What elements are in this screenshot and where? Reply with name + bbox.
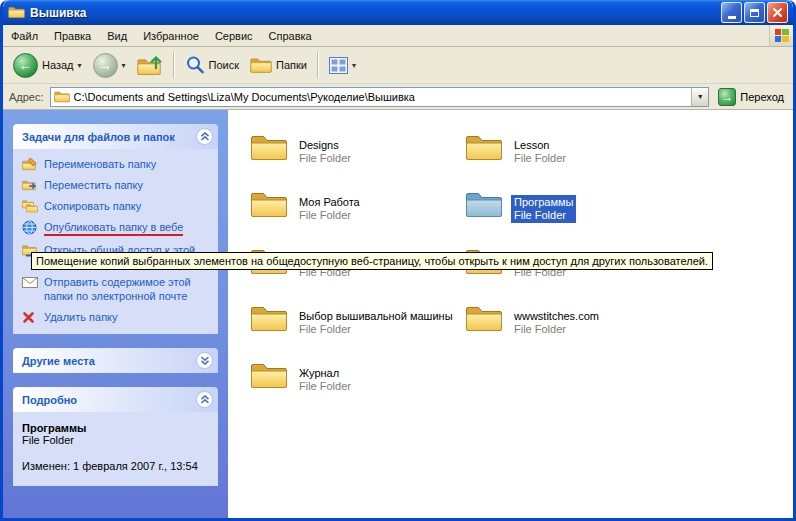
back-icon: ← [13, 53, 38, 78]
forward-icon: → [93, 53, 118, 78]
folder-name: Программы [514, 196, 573, 209]
details-modified: Изменен: 1 февраля 2007 г., 13:54 [22, 460, 212, 472]
folder-item-zhurnal[interactable]: ЖурналFile Folder [250, 358, 465, 415]
task-copy-folder[interactable]: Скопировать папку [22, 199, 214, 213]
email-icon [22, 275, 38, 289]
folder-type: File Folder [299, 209, 360, 222]
back-button[interactable]: ← Назад ▾ [9, 50, 86, 81]
folder-type: File Folder [299, 152, 351, 165]
folder-icon [250, 303, 288, 335]
file-list-area[interactable]: DesignsFile Folder Моя РаботаFile Folder… [228, 110, 793, 518]
window-title: Вышивка [30, 6, 716, 20]
views-dropdown-icon[interactable]: ▾ [352, 61, 356, 70]
folders-button[interactable]: Папки [246, 53, 311, 77]
forward-dropdown-icon[interactable]: ▾ [122, 61, 126, 70]
address-value: C:\Documents and Settings\Liza\My Docume… [74, 91, 688, 103]
folder-item-vybor-mashiny[interactable]: Выбор вышивальной машиныFile Folder [250, 301, 465, 358]
menu-spacer [320, 25, 769, 46]
task-pane: Задачи для файлов и папок Переименовать … [3, 110, 228, 518]
address-input[interactable]: C:\Documents and Settings\Liza\My Docume… [50, 87, 710, 107]
chevron-up-icon[interactable] [196, 128, 213, 145]
minimize-button[interactable] [721, 2, 742, 23]
toolbar-separator [317, 52, 319, 78]
folder-name: Designs [299, 139, 351, 152]
folder-type: File Folder [514, 152, 566, 165]
folder-type: File Folder [514, 323, 599, 336]
other-places-header[interactable]: Другие места [13, 348, 218, 373]
folder-icon [465, 303, 503, 335]
address-label: Адрес: [9, 91, 44, 103]
folder-icon [250, 360, 288, 392]
folder-item-moya-rabota[interactable]: Моя РаботаFile Folder [250, 187, 465, 244]
back-dropdown-icon[interactable]: ▾ [78, 61, 82, 70]
file-folder-tasks-section: Задачи для файлов и папок Переименовать … [13, 124, 218, 334]
folder-icon [250, 189, 288, 221]
explorer-window: Вышивка Файл Правка Вид Избранное Сервис… [0, 0, 796, 521]
chevron-up-icon[interactable] [196, 391, 213, 408]
folder-name: Lesson [514, 139, 566, 152]
address-bar: Адрес: C:\Documents and Settings\Liza\My… [3, 84, 793, 110]
details-type: File Folder [22, 434, 212, 446]
address-dropdown-button[interactable]: ▾ [691, 88, 708, 106]
folder-item-programmy-selected[interactable]: ПрограммыFile Folder [465, 187, 680, 244]
menu-help[interactable]: Справка [261, 25, 320, 46]
move-icon [22, 178, 38, 192]
tooltip: Помещение копий выбранных элементов на о… [31, 252, 713, 270]
details-name: Программы [22, 422, 212, 434]
close-button[interactable] [767, 2, 788, 23]
folder-name: Моя Работа [299, 196, 360, 209]
folder-item-wwwstitches[interactable]: wwwstitches.comFile Folder [465, 301, 680, 358]
folder-name: Журнал [299, 367, 351, 380]
copy-icon [22, 199, 38, 213]
menu-view[interactable]: Вид [99, 25, 135, 46]
menu-tools[interactable]: Сервис [207, 25, 261, 46]
standard-buttons-toolbar: ← Назад ▾ → ▾ Поиск Папки [3, 47, 793, 84]
up-folder-icon [137, 53, 163, 77]
window-folder-icon [8, 5, 25, 21]
maximize-icon [750, 9, 759, 17]
task-publish-folder-web[interactable]: Опубликовать папку в вебе [22, 220, 214, 236]
windows-logo [769, 25, 793, 46]
views-icon [329, 57, 348, 74]
task-rename-folder[interactable]: Переименовать папку [22, 157, 214, 171]
rename-icon [22, 157, 38, 171]
go-label: Переход [740, 91, 784, 103]
folder-item-lesson[interactable]: LessonFile Folder [465, 130, 680, 187]
file-column-2: LessonFile Folder ПрограммыFile Folder М… [465, 130, 680, 518]
menu-edit[interactable]: Правка [46, 25, 99, 46]
folders-icon [250, 56, 272, 74]
menu-favorites[interactable]: Избранное [135, 25, 207, 46]
details-section: Подробно Программы File Folder Изменен: … [13, 387, 218, 486]
windows-flag-icon [775, 29, 789, 42]
folder-item-designs[interactable]: DesignsFile Folder [250, 130, 465, 187]
file-column-1: DesignsFile Folder Моя РаботаFile Folder… [250, 130, 465, 518]
task-email-folder[interactable]: Отправить содержимое этой папки по элект… [22, 275, 214, 303]
delete-icon [22, 310, 38, 324]
folder-icon [250, 132, 288, 164]
views-button[interactable]: ▾ [325, 54, 360, 77]
folder-name: Выбор вышивальной машины [299, 310, 453, 323]
toolbar-separator [173, 52, 175, 78]
file-folder-tasks-body: Переименовать папку Переместить папку Ск… [13, 149, 218, 334]
menu-file[interactable]: Файл [3, 25, 46, 46]
up-button[interactable] [133, 50, 167, 80]
folder-type: File Folder [514, 209, 573, 222]
forward-button[interactable]: → ▾ [89, 50, 130, 81]
maximize-button[interactable] [744, 2, 765, 23]
task-delete-folder[interactable]: Удалить папку [22, 310, 214, 324]
search-icon [185, 55, 205, 75]
go-arrow-icon: → [718, 88, 736, 106]
other-places-section: Другие места [13, 348, 218, 373]
details-body: Программы File Folder Изменен: 1 февраля… [13, 412, 218, 486]
address-folder-icon [54, 90, 70, 103]
file-folder-tasks-header[interactable]: Задачи для файлов и папок [13, 124, 218, 149]
details-header[interactable]: Подробно [13, 387, 218, 412]
folder-type: File Folder [299, 323, 453, 336]
folder-icon [465, 189, 503, 221]
menu-bar: Файл Правка Вид Избранное Сервис Справка [3, 25, 793, 47]
search-button[interactable]: Поиск [181, 52, 243, 78]
task-move-folder[interactable]: Переместить папку [22, 178, 214, 192]
go-button[interactable]: → Переход [715, 88, 787, 106]
title-bar[interactable]: Вышивка [3, 0, 793, 25]
chevron-down-icon[interactable] [196, 352, 213, 369]
